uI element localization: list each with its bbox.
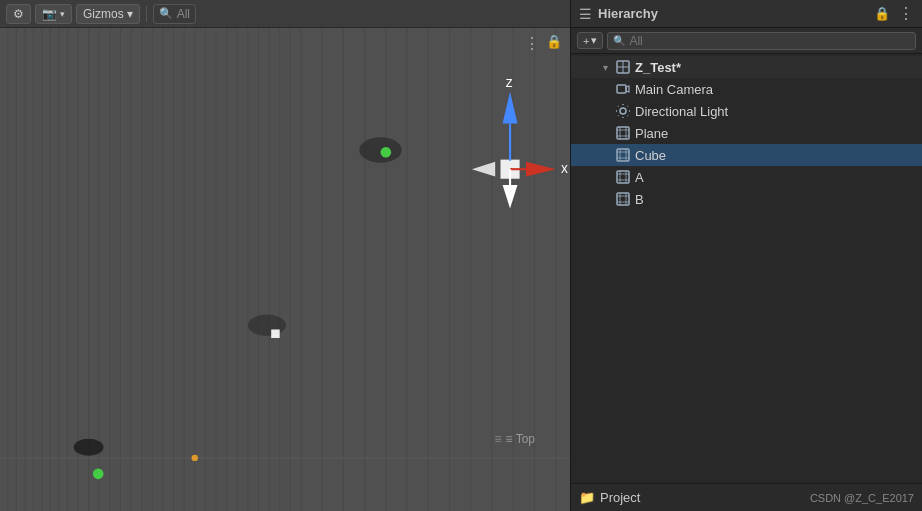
scene-viewport: x z ≡ ≡ Top ⋮ 🔒 [0,28,570,511]
tree-item-plane[interactable]: Plane ⋮ [571,122,922,144]
scene-canvas: x z [0,28,570,511]
z-test-label: Z_Test* [635,60,896,75]
mesh-gameobject-icon [615,125,631,141]
scene-view-label: ≡ ≡ Top [495,432,535,446]
svg-rect-54 [271,329,279,337]
plane-label: Plane [635,126,896,141]
b-label: B [635,192,896,207]
scene-top-right-icons: ⋮ 🔒 [524,34,562,53]
more-panel-icon[interactable]: ⋮ [898,4,914,23]
tools-icon: ⚙ [13,7,24,21]
add-object-button[interactable]: + ▾ [577,32,603,49]
svg-point-51 [74,439,104,456]
tree-item-directional-light[interactable]: Directional Light ⋮ [571,100,922,122]
svg-line-80 [628,116,629,117]
add-label: + [583,35,589,47]
svg-rect-81 [617,127,629,139]
cube-label: Cube [635,148,896,163]
scene-search[interactable]: 🔍 All [153,4,196,24]
project-button[interactable]: 📁 Project [579,490,640,505]
hamburger-icon: ≡ [495,432,502,446]
svg-point-56 [192,455,198,461]
hierarchy-tree: ▾ Z_Test* ⋮ [571,54,922,483]
svg-point-72 [620,108,626,114]
tree-item-cube[interactable]: Cube ⋮ [571,144,922,166]
project-label: Project [600,490,640,505]
b-gameobject-icon [615,191,631,207]
panel-header-icons: 🔒 ⋮ [874,4,914,23]
lock-icon[interactable]: 🔒 [546,34,562,53]
camera-gameobject-icon [615,81,631,97]
svg-point-55 [93,469,104,480]
a-gameobject-icon [615,169,631,185]
hierarchy-toolbar: + ▾ 🔍 [571,28,922,54]
bottom-right-credits: CSDN @Z_C_E2017 [810,492,914,504]
svg-marker-71 [626,86,629,92]
svg-rect-2 [0,28,570,511]
hierarchy-panel: ☰ Hierarchy 🔒 ⋮ + ▾ 🔍 ▾ [570,0,922,511]
main-camera-label: Main Camera [635,82,896,97]
cube-gameobject-icon [615,147,631,163]
toolbar-separator [146,6,147,22]
add-arrow-icon: ▾ [591,34,597,47]
scene-panel: ⚙ 📷 ▾ Gizmos ▾ 🔍 All [0,0,570,511]
svg-rect-86 [617,149,629,161]
svg-text:x: x [561,161,568,176]
gizmos-button[interactable]: Gizmos ▾ [76,4,140,24]
hierarchy-header: ☰ Hierarchy 🔒 ⋮ [571,0,922,28]
gameobject-icon [615,59,631,75]
svg-rect-91 [617,171,629,183]
hierarchy-title: Hierarchy [598,6,658,21]
tree-item-b[interactable]: B ⋮ [571,188,922,210]
svg-point-50 [248,315,286,336]
hierarchy-search[interactable]: 🔍 [607,32,916,50]
more-options-icon[interactable]: ⋮ [524,34,540,53]
camera-icon: 📷 [42,7,57,21]
svg-rect-96 [617,193,629,205]
tree-item-main-camera[interactable]: Main Camera ⋮ [571,78,922,100]
directional-light-label: Directional Light [635,104,896,119]
lock-panel-icon[interactable]: 🔒 [874,6,890,21]
search-placeholder: All [177,7,190,21]
svg-point-53 [381,147,392,158]
tree-item-z-test[interactable]: ▾ Z_Test* ⋮ [571,56,922,78]
expand-arrow-icon[interactable]: ▾ [599,61,611,73]
main-area: ⚙ 📷 ▾ Gizmos ▾ 🔍 All [0,0,922,511]
tree-item-a[interactable]: A ⋮ [571,166,922,188]
svg-line-77 [618,106,619,107]
light-gameobject-icon [615,103,631,119]
svg-point-49 [359,137,401,162]
bottom-bar: 📁 Project CSDN @Z_C_E2017 [571,483,922,511]
folder-icon: 📁 [579,490,595,505]
svg-line-78 [628,106,629,107]
tools-button[interactable]: ⚙ [6,4,31,24]
svg-line-79 [618,116,619,117]
gizmos-arrow-icon: ▾ [127,7,133,21]
search-icon: 🔍 [613,35,625,46]
camera-button[interactable]: 📷 ▾ [35,4,72,24]
a-label: A [635,170,896,185]
scene-toolbar: ⚙ 📷 ▾ Gizmos ▾ 🔍 All [0,0,570,28]
hamburger-menu-icon: ☰ [579,6,592,22]
hierarchy-search-input[interactable] [629,34,910,48]
view-mode-label: ≡ Top [506,432,535,446]
svg-text:z: z [506,75,513,90]
gizmos-label: Gizmos [83,7,124,21]
svg-rect-70 [617,85,626,93]
camera-arrow-icon: ▾ [60,9,65,19]
search-icon: 🔍 [159,7,173,20]
